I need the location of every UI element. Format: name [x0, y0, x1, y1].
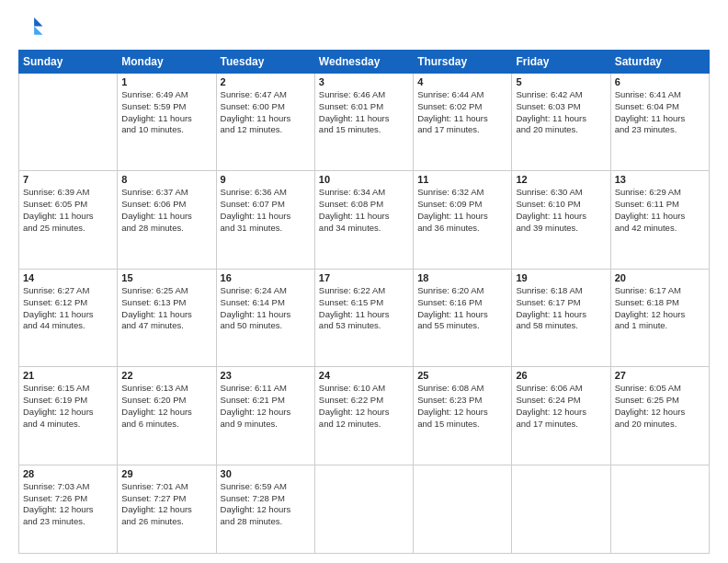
calendar-cell: [512, 465, 610, 553]
day-number: 22: [121, 370, 211, 381]
day-number: 25: [417, 370, 507, 381]
day-info: Sunrise: 6:29 AM Sunset: 6:11 PM Dayligh…: [615, 187, 705, 234]
day-number: 9: [221, 174, 311, 185]
day-info: Sunrise: 6:27 AM Sunset: 6:12 PM Dayligh…: [23, 285, 113, 332]
day-number: 4: [417, 76, 507, 87]
day-info: Sunrise: 6:17 AM Sunset: 6:18 PM Dayligh…: [615, 285, 705, 332]
day-number: 30: [221, 468, 311, 479]
svg-marker-0: [34, 17, 42, 26]
calendar-cell: [19, 74, 118, 171]
page: SundayMondayTuesdayWednesdayThursdayFrid…: [0, 0, 728, 563]
day-info: Sunrise: 6:13 AM Sunset: 6:20 PM Dayligh…: [121, 383, 211, 430]
calendar-cell: 17Sunrise: 6:22 AM Sunset: 6:15 PM Dayli…: [314, 269, 413, 366]
day-number: 3: [319, 76, 409, 87]
day-info: Sunrise: 6:34 AM Sunset: 6:08 PM Dayligh…: [319, 187, 409, 234]
calendar-week-row: 21Sunrise: 6:15 AM Sunset: 6:19 PM Dayli…: [19, 367, 710, 465]
day-number: 23: [221, 370, 311, 381]
calendar-cell: 15Sunrise: 6:25 AM Sunset: 6:13 PM Dayli…: [118, 269, 216, 366]
day-number: 8: [121, 174, 211, 185]
day-number: 26: [516, 370, 606, 381]
day-number: 14: [23, 272, 113, 283]
day-info: Sunrise: 6:32 AM Sunset: 6:09 PM Dayligh…: [417, 187, 507, 234]
day-number: 27: [615, 370, 705, 381]
calendar-cell: 12Sunrise: 6:30 AM Sunset: 6:10 PM Dayli…: [512, 171, 610, 269]
day-info: Sunrise: 6:06 AM Sunset: 6:24 PM Dayligh…: [516, 383, 606, 430]
day-number: 12: [516, 174, 606, 185]
day-info: Sunrise: 7:03 AM Sunset: 7:26 PM Dayligh…: [23, 481, 113, 528]
calendar-cell: 22Sunrise: 6:13 AM Sunset: 6:20 PM Dayli…: [118, 367, 216, 465]
day-info: Sunrise: 6:36 AM Sunset: 6:07 PM Dayligh…: [221, 187, 311, 234]
calendar-cell: 14Sunrise: 6:27 AM Sunset: 6:12 PM Dayli…: [19, 269, 118, 366]
day-of-week-header: Friday: [512, 51, 610, 74]
header: [18, 15, 710, 40]
svg-marker-1: [34, 26, 42, 34]
calendar-week-row: 14Sunrise: 6:27 AM Sunset: 6:12 PM Dayli…: [19, 269, 710, 366]
day-number: 17: [319, 272, 409, 283]
day-info: Sunrise: 6:18 AM Sunset: 6:17 PM Dayligh…: [516, 285, 606, 332]
calendar-cell: 19Sunrise: 6:18 AM Sunset: 6:17 PM Dayli…: [512, 269, 610, 366]
calendar-cell: 27Sunrise: 6:05 AM Sunset: 6:25 PM Dayli…: [610, 367, 709, 465]
calendar-cell: 6Sunrise: 6:41 AM Sunset: 6:04 PM Daylig…: [610, 74, 709, 171]
calendar-cell: 11Sunrise: 6:32 AM Sunset: 6:09 PM Dayli…: [414, 171, 512, 269]
calendar-cell: 23Sunrise: 6:11 AM Sunset: 6:21 PM Dayli…: [216, 367, 314, 465]
logo-icon: [18, 15, 44, 40]
day-info: Sunrise: 6:59 AM Sunset: 7:28 PM Dayligh…: [221, 481, 311, 528]
day-info: Sunrise: 6:44 AM Sunset: 6:02 PM Dayligh…: [417, 89, 507, 136]
calendar-week-row: 1Sunrise: 6:49 AM Sunset: 5:59 PM Daylig…: [19, 74, 710, 171]
logo: [18, 15, 48, 40]
day-info: Sunrise: 6:42 AM Sunset: 6:03 PM Dayligh…: [516, 89, 606, 136]
svg-rect-2: [21, 17, 32, 35]
calendar-cell: 13Sunrise: 6:29 AM Sunset: 6:11 PM Dayli…: [610, 171, 709, 269]
calendar-cell: 8Sunrise: 6:37 AM Sunset: 6:06 PM Daylig…: [118, 171, 216, 269]
day-number: 20: [615, 272, 705, 283]
day-info: Sunrise: 6:25 AM Sunset: 6:13 PM Dayligh…: [121, 285, 211, 332]
calendar-cell: 4Sunrise: 6:44 AM Sunset: 6:02 PM Daylig…: [414, 74, 512, 171]
calendar-cell: 26Sunrise: 6:06 AM Sunset: 6:24 PM Dayli…: [512, 367, 610, 465]
day-number: 10: [319, 174, 409, 185]
day-info: Sunrise: 6:11 AM Sunset: 6:21 PM Dayligh…: [221, 383, 311, 430]
day-info: Sunrise: 6:49 AM Sunset: 5:59 PM Dayligh…: [121, 89, 211, 136]
day-number: 16: [221, 272, 311, 283]
day-info: Sunrise: 6:20 AM Sunset: 6:16 PM Dayligh…: [417, 285, 507, 332]
calendar-cell: 10Sunrise: 6:34 AM Sunset: 6:08 PM Dayli…: [314, 171, 413, 269]
calendar-table: SundayMondayTuesdayWednesdayThursdayFrid…: [18, 50, 710, 554]
calendar-cell: 30Sunrise: 6:59 AM Sunset: 7:28 PM Dayli…: [216, 465, 314, 553]
day-of-week-header: Saturday: [610, 51, 709, 74]
day-info: Sunrise: 6:47 AM Sunset: 6:00 PM Dayligh…: [221, 89, 311, 136]
calendar-cell: 24Sunrise: 6:10 AM Sunset: 6:22 PM Dayli…: [314, 367, 413, 465]
calendar-cell: 21Sunrise: 6:15 AM Sunset: 6:19 PM Dayli…: [19, 367, 118, 465]
day-number: 29: [121, 468, 211, 479]
day-info: Sunrise: 6:10 AM Sunset: 6:22 PM Dayligh…: [319, 383, 409, 430]
day-info: Sunrise: 6:41 AM Sunset: 6:04 PM Dayligh…: [615, 89, 705, 136]
calendar-week-row: 7Sunrise: 6:39 AM Sunset: 6:05 PM Daylig…: [19, 171, 710, 269]
day-number: 5: [516, 76, 606, 87]
day-info: Sunrise: 6:08 AM Sunset: 6:23 PM Dayligh…: [417, 383, 507, 430]
day-number: 28: [23, 468, 113, 479]
day-of-week-header: Wednesday: [314, 51, 413, 74]
day-info: Sunrise: 6:46 AM Sunset: 6:01 PM Dayligh…: [319, 89, 409, 136]
calendar-cell: 25Sunrise: 6:08 AM Sunset: 6:23 PM Dayli…: [414, 367, 512, 465]
day-info: Sunrise: 6:30 AM Sunset: 6:10 PM Dayligh…: [516, 187, 606, 234]
calendar-week-row: 28Sunrise: 7:03 AM Sunset: 7:26 PM Dayli…: [19, 465, 710, 553]
day-number: 19: [516, 272, 606, 283]
day-info: Sunrise: 6:39 AM Sunset: 6:05 PM Dayligh…: [23, 187, 113, 234]
day-info: Sunrise: 6:37 AM Sunset: 6:06 PM Dayligh…: [121, 187, 211, 234]
calendar-cell: 20Sunrise: 6:17 AM Sunset: 6:18 PM Dayli…: [610, 269, 709, 366]
calendar-cell: [414, 465, 512, 553]
calendar-cell: 18Sunrise: 6:20 AM Sunset: 6:16 PM Dayli…: [414, 269, 512, 366]
day-info: Sunrise: 6:05 AM Sunset: 6:25 PM Dayligh…: [615, 383, 705, 430]
day-of-week-header: Tuesday: [216, 51, 314, 74]
calendar-cell: 5Sunrise: 6:42 AM Sunset: 6:03 PM Daylig…: [512, 74, 610, 171]
day-of-week-header: Thursday: [414, 51, 512, 74]
day-number: 6: [615, 76, 705, 87]
calendar-cell: [610, 465, 709, 553]
day-number: 18: [417, 272, 507, 283]
day-number: 24: [319, 370, 409, 381]
day-number: 13: [615, 174, 705, 185]
calendar-cell: 28Sunrise: 7:03 AM Sunset: 7:26 PM Dayli…: [19, 465, 118, 553]
calendar-cell: 2Sunrise: 6:47 AM Sunset: 6:00 PM Daylig…: [216, 74, 314, 171]
calendar-cell: 9Sunrise: 6:36 AM Sunset: 6:07 PM Daylig…: [216, 171, 314, 269]
calendar-cell: [314, 465, 413, 553]
day-number: 21: [23, 370, 113, 381]
calendar-header-row: SundayMondayTuesdayWednesdayThursdayFrid…: [19, 51, 710, 74]
